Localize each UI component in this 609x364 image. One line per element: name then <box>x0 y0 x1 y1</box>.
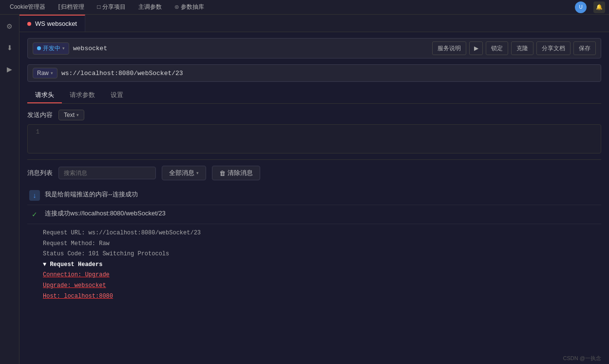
message-text-1: 我是给前端推送的内容--连接成功 <box>45 190 138 199</box>
message-section: 消息列表 全部消息 ▾ 🗑 清除消息 ↓ 我是给前端推送的内容--连接成功 ✓ … <box>27 166 601 306</box>
host-header: Host: localhost:8080 <box>43 291 599 302</box>
tab-request-params[interactable]: 请求参数 <box>62 88 103 103</box>
method-select[interactable]: Raw ▾ <box>33 68 57 78</box>
method-row: Raw ▾ ws://localhost:8080/webSocket/23 <box>27 64 601 82</box>
line-number: 1 <box>32 129 39 149</box>
clear-icon: 🗑 <box>219 170 226 177</box>
message-item-1[interactable]: ↓ 我是给前端推送的内容--连接成功 <box>27 186 601 205</box>
send-label: 发送内容 <box>27 111 53 119</box>
env-dot <box>37 46 41 50</box>
filter-label: 全部消息 <box>169 169 194 177</box>
message-search-input[interactable] <box>58 167 156 179</box>
send-section: 发送内容 Text ▾ 1 <box>27 110 601 153</box>
upgrade-header: Upgrade: websocket <box>43 281 599 291</box>
settings-icon[interactable]: ⚙ <box>3 19 17 33</box>
url-bar-row: 开发中 ▾ 服务说明 ▶ 锁定 克隆 分享文档 保存 <box>27 38 601 58</box>
content-area: 开发中 ▾ 服务说明 ▶ 锁定 克隆 分享文档 保存 Raw ▾ ws://lo… <box>19 32 609 311</box>
run-button[interactable]: ▶ <box>469 41 483 55</box>
divider <box>27 159 601 160</box>
tab-request-headers[interactable]: 请求头 <box>27 88 62 103</box>
ws-url[interactable]: ws://localhost:8080/webSocket/23 <box>61 70 596 77</box>
user-avatar[interactable]: U <box>575 1 587 13</box>
save-button[interactable]: 保存 <box>573 41 596 55</box>
tab-status-dot <box>27 22 31 26</box>
api-name-input[interactable] <box>73 45 428 52</box>
nav-cookie[interactable]: Cookie管理器 <box>4 1 51 13</box>
share-button[interactable]: 分享文档 <box>536 41 571 55</box>
nav-params[interactable]: 主调参数 <box>133 1 168 13</box>
clear-messages-button[interactable]: 🗑 清除消息 <box>212 166 260 180</box>
method-dropdown-icon: ▾ <box>51 71 53 76</box>
content-type-dropdown-icon: ▾ <box>76 113 79 117</box>
left-sidebar: ⚙ ⬇ ▶ <box>0 15 19 364</box>
code-content[interactable] <box>45 129 597 149</box>
notification-icon[interactable]: 🔔 <box>593 1 605 13</box>
content-type-button[interactable]: Text ▾ <box>58 110 84 120</box>
method-label: Raw <box>37 70 49 77</box>
send-header: 发送内容 Text ▾ <box>27 110 601 120</box>
forward-icon[interactable]: ▶ <box>3 62 17 76</box>
message-success-icon: ✓ <box>29 209 40 220</box>
message-list-label: 消息列表 <box>27 169 53 177</box>
status-code-line: Status Code: 101 Switching Protocols <box>43 249 599 260</box>
footer-text: CSDN @一执念 <box>563 355 601 361</box>
top-nav: Cookie管理器 ⟦归档管理 □ 分享项目 主调参数 ⊙ 参数抽库 U 🔔 <box>0 0 609 15</box>
connection-details: Request URL: ws://localhost:8080/webSock… <box>27 224 601 306</box>
action-buttons: 服务说明 ▶ 锁定 克隆 分享文档 保存 <box>432 41 596 55</box>
nav-archive[interactable]: ⟦归档管理 <box>52 1 90 13</box>
footer: CSDN @一执念 <box>555 353 609 364</box>
message-filter-button[interactable]: 全部消息 ▾ <box>162 166 206 180</box>
request-tabs: 请求头 请求参数 设置 <box>27 88 601 104</box>
tab-settings[interactable]: 设置 <box>103 88 131 103</box>
tab-bar: WS websocket <box>19 15 609 32</box>
clone-button[interactable]: 克隆 <box>511 41 533 55</box>
nav-share[interactable]: □ 分享项目 <box>91 1 132 13</box>
clear-label: 清除消息 <box>228 169 253 177</box>
description-button[interactable]: 服务说明 <box>432 41 466 55</box>
request-method-line: Request Method: Raw <box>43 239 599 249</box>
env-label: 开发中 <box>43 44 60 53</box>
tab-label: WS websocket <box>35 20 77 27</box>
nav-params-lib[interactable]: ⊙ 参数抽库 <box>169 1 210 13</box>
content-type-label: Text <box>64 112 75 118</box>
env-dropdown-icon: ▾ <box>62 46 65 51</box>
request-headers-title: ▼ Request Headers <box>43 260 599 270</box>
message-toolbar: 消息列表 全部消息 ▾ 🗑 清除消息 <box>27 166 601 180</box>
filter-dropdown-icon: ▾ <box>196 171 199 175</box>
download-icon[interactable]: ⬇ <box>3 41 17 55</box>
message-item-2[interactable]: ✓ 连接成功ws://localhost:8080/webSocket/23 <box>27 205 601 224</box>
ws-tab[interactable]: WS websocket <box>19 15 85 32</box>
code-editor[interactable]: 1 <box>27 124 601 153</box>
message-down-icon: ↓ <box>29 190 40 201</box>
request-url-line: Request URL: ws://localhost:8080/webSock… <box>43 228 599 239</box>
env-badge[interactable]: 开发中 ▾ <box>33 42 69 55</box>
message-text-2: 连接成功ws://localhost:8080/webSocket/23 <box>45 209 166 218</box>
connection-header: Connection: Upgrade <box>43 270 599 281</box>
main-content: WS websocket 开发中 ▾ 服务说明 ▶ 锁定 克隆 分享文档 保存 <box>19 15 609 364</box>
lock-button[interactable]: 锁定 <box>486 41 508 55</box>
